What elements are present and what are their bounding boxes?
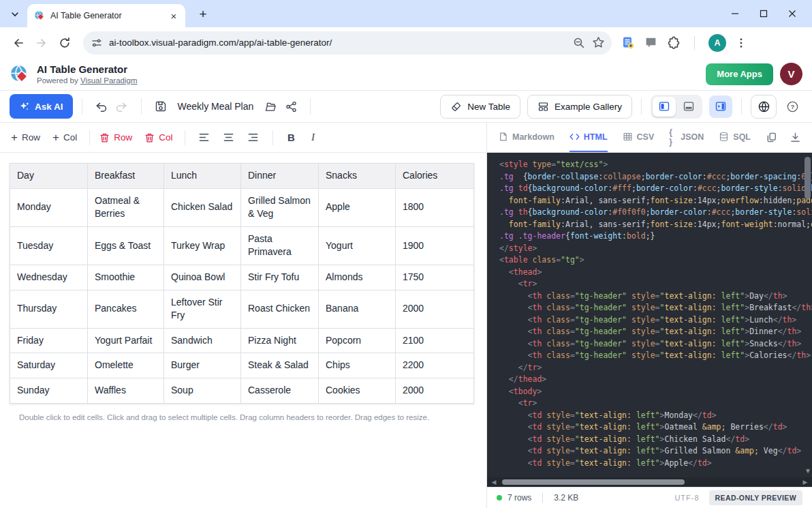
code-editor[interactable]: <style type="text/css">.tg {border-colla… [487, 153, 812, 477]
table-cell[interactable]: Wednesday [10, 265, 88, 290]
table-cell[interactable]: Waffles [88, 378, 164, 403]
help-button[interactable]: ? [782, 96, 802, 117]
table-cell[interactable]: 2200 [396, 353, 474, 378]
chat-extension-icon[interactable] [644, 36, 657, 49]
tab-html[interactable]: HTML [569, 123, 608, 152]
user-avatar[interactable]: V [780, 63, 802, 85]
scroll-left-arrow[interactable]: ◀ [490, 479, 498, 485]
minimize-button[interactable] [721, 0, 749, 27]
example-gallery-button[interactable]: Example Gallery [527, 95, 632, 119]
table-cell[interactable]: Yogurt Parfait [88, 328, 164, 353]
table-cell[interactable]: Thursday [10, 290, 88, 328]
column-header[interactable]: Lunch [164, 164, 241, 189]
table-cell[interactable]: Quinoa Bowl [164, 265, 241, 290]
table-cell[interactable]: Yogurt [319, 226, 396, 265]
align-left-button[interactable] [195, 129, 213, 147]
delete-row-button[interactable]: Row [99, 132, 132, 143]
scroll-right-arrow[interactable]: ▶ [801, 479, 809, 485]
table-cell[interactable]: Eggs & Toast [88, 226, 164, 265]
table-cell[interactable]: Roast Chicken [241, 290, 319, 328]
table-cell[interactable]: Omelette [88, 353, 164, 378]
table-cell[interactable]: Smoothie [88, 265, 164, 290]
scrollbar-thumb[interactable] [502, 479, 685, 485]
browser-tab[interactable]: AI Table Generator × [27, 4, 185, 27]
open-folder-icon[interactable] [260, 96, 281, 117]
tab-close-icon[interactable]: × [168, 10, 180, 22]
table-cell[interactable]: Steak & Salad [241, 353, 319, 378]
align-center-button[interactable] [219, 129, 237, 147]
meal-plan-table[interactable]: DayBreakfastLunchDinnerSnacksCalories Mo… [10, 163, 474, 404]
bookmark-star-icon[interactable] [592, 36, 605, 49]
table-cell[interactable]: Tuesday [10, 226, 88, 265]
undo-button[interactable] [91, 96, 112, 117]
new-table-button[interactable]: New Table [440, 95, 520, 119]
language-button[interactable] [751, 95, 777, 119]
tab-search-button[interactable] [6, 5, 24, 23]
table-cell[interactable]: Apple [319, 188, 396, 226]
visual-paradigm-link[interactable]: Visual Paradigm [80, 76, 138, 85]
table-cell[interactable]: Monday [10, 188, 88, 226]
vertical-scrollbar[interactable] [805, 157, 811, 470]
table-cell[interactable]: Grilled Salmon & Veg [241, 188, 319, 226]
reading-list-extension-icon[interactable] [621, 36, 635, 50]
italic-button[interactable]: I [304, 132, 321, 143]
more-apps-button[interactable]: More Apps [706, 63, 773, 85]
save-icon[interactable] [151, 96, 171, 117]
table-cell[interactable]: 2100 [396, 328, 474, 353]
table-cell[interactable]: Cookies [319, 378, 396, 403]
table-cell[interactable]: 1800 [396, 188, 474, 226]
maximize-button[interactable] [749, 0, 778, 27]
add-col-button[interactable]: +Col [52, 132, 77, 143]
horizontal-scrollbar[interactable]: ◀ ▶ [487, 477, 812, 487]
table-cell[interactable]: 1900 [396, 226, 474, 265]
url-text[interactable]: ai-toolbox.visual-paradigm.com/app/ai-ta… [109, 38, 566, 48]
browser-menu-icon[interactable]: ⋮ [736, 38, 747, 48]
table-cell[interactable]: Pizza Night [241, 328, 319, 353]
toggle-right-panel-button[interactable] [709, 95, 732, 118]
column-header[interactable]: Calories [396, 164, 474, 189]
table-cell[interactable]: Popcorn [319, 328, 396, 353]
table-cell[interactable]: Chips [319, 353, 396, 378]
zoom-out-icon[interactable] [573, 37, 585, 49]
column-header[interactable]: Day [10, 164, 88, 189]
split-horizontal-button[interactable] [677, 97, 700, 117]
table-cell[interactable]: Oatmeal & Berries [88, 188, 164, 226]
table-cell[interactable]: 2000 [396, 290, 474, 328]
table-cell[interactable]: Pasta Primavera [241, 226, 319, 265]
add-row-button[interactable]: +Row [11, 132, 40, 143]
tab-markdown[interactable]: Markdown [498, 123, 555, 152]
browser-profile-avatar[interactable]: A [708, 34, 726, 52]
ask-ai-button[interactable]: Ask AI [10, 94, 73, 119]
tab-json[interactable]: { } JSON [669, 123, 704, 152]
extensions-puzzle-icon[interactable] [667, 36, 681, 50]
table-cell[interactable]: Friday [10, 328, 88, 353]
table-cell[interactable]: Burger [164, 353, 241, 378]
scroll-down-arrow[interactable]: ▼ [805, 467, 811, 475]
table-cell[interactable]: Stir Fry Tofu [241, 265, 319, 290]
table-cell[interactable]: 2000 [396, 378, 474, 403]
table-cell[interactable]: Banana [319, 290, 396, 328]
column-header[interactable]: Breakfast [88, 164, 164, 189]
tab-csv[interactable]: CSV [623, 123, 655, 152]
table-cell[interactable]: Saturday [10, 353, 88, 378]
forward-button[interactable] [30, 31, 53, 55]
address-bar[interactable]: ai-toolbox.visual-paradigm.com/app/ai-ta… [83, 31, 612, 55]
delete-col-button[interactable]: Col [144, 132, 172, 143]
split-vertical-button[interactable] [653, 97, 676, 117]
redo-button[interactable] [112, 96, 132, 117]
share-icon[interactable] [281, 96, 301, 117]
site-settings-icon[interactable] [91, 38, 102, 48]
tab-sql[interactable]: SQL [719, 123, 751, 152]
table-cell[interactable]: 1750 [396, 265, 474, 290]
table-cell[interactable]: Almonds [319, 265, 396, 290]
align-right-button[interactable] [244, 129, 262, 147]
table-cell[interactable]: Pancakes [88, 290, 164, 328]
column-header[interactable]: Dinner [241, 164, 319, 189]
table-cell[interactable]: Soup [164, 378, 241, 403]
table-cell[interactable]: Sandwich [164, 328, 241, 353]
column-header[interactable]: Snacks [319, 164, 396, 189]
close-button[interactable] [778, 0, 807, 27]
new-tab-button[interactable]: + [195, 6, 211, 23]
table-cell[interactable]: Sunday [10, 378, 88, 403]
table-cell[interactable]: Casserole [241, 378, 319, 403]
